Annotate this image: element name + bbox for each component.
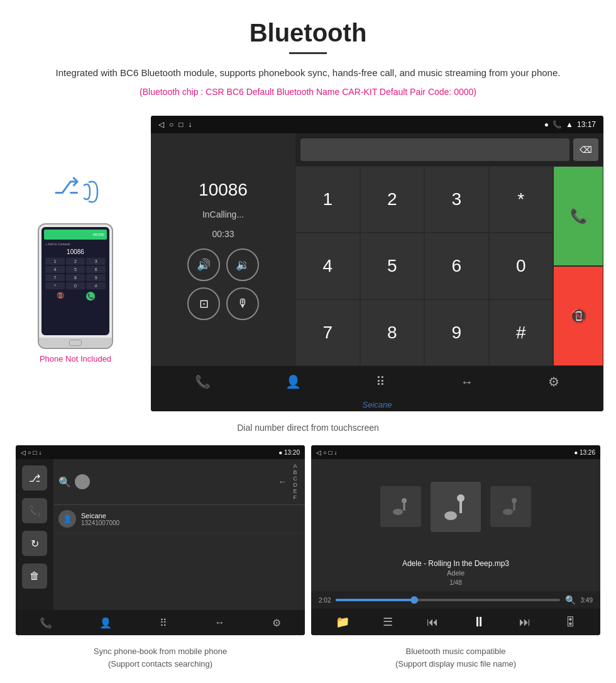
- contacts-icon[interactable]: 👤: [280, 369, 306, 394]
- title-underline: [289, 52, 327, 54]
- settings-icon[interactable]: ⚙: [543, 369, 564, 394]
- status-right-icons: ● 📞 ▲ 13:17: [544, 120, 596, 129]
- dial-right-panel: ⌫ 1 2 3 * 4 5 6 0 7 8: [295, 133, 603, 366]
- music-artist: Adele: [316, 569, 595, 577]
- phonebook-screenshot: ◁ ○ □ ↓ ● 13:20 ⎇ 📞 ↻ 🗑: [16, 445, 305, 635]
- pb-alpha-f[interactable]: F: [294, 494, 300, 501]
- key-4[interactable]: 4: [295, 233, 360, 299]
- keypad-area: 1 2 3 * 4 5 6 0 7 8 9 #: [295, 166, 603, 366]
- pb-sync-btn[interactable]: ↻: [22, 531, 47, 556]
- pb-contact-name: Seicane: [81, 512, 300, 519]
- pb-time: 13:20: [284, 449, 300, 456]
- pb-contact-info: Seicane 13241007000: [81, 512, 300, 526]
- dial-controls: 🔊 🔉 ⊡ 🎙: [187, 248, 259, 320]
- phone-screen: MORE + Add to Contacts 10086 1 2 3 4 5 6…: [41, 227, 109, 335]
- music-playback-controls: 📁 ☰ ⏮ ⏸ ⏭ 🎛: [311, 609, 600, 635]
- music-eq-icon[interactable]: 🎛: [564, 616, 576, 629]
- end-call-btn[interactable]: 📵: [553, 266, 603, 366]
- music-playlist-icon[interactable]: ☰: [383, 615, 393, 629]
- number-keypad: 1 2 3 * 4 5 6 0 7 8 9 #: [295, 166, 553, 366]
- music-total-time: 3:49: [581, 597, 593, 604]
- accept-call-btn[interactable]: 📞: [553, 166, 603, 266]
- key-1[interactable]: 1: [295, 166, 360, 233]
- status-left-icons: ◁ ○ □ ↓: [158, 120, 192, 129]
- volume-up-icon: 🔊: [197, 258, 211, 272]
- mute-btn[interactable]: 🎙: [226, 287, 259, 320]
- pb-status-right: ● 13:20: [278, 449, 300, 456]
- transfer-bottom-icon[interactable]: ↔: [456, 370, 478, 394]
- progress-dot: [410, 596, 418, 604]
- time-display: 13:17: [577, 120, 596, 129]
- phone-top-bar: MORE: [44, 230, 107, 240]
- pb-delete-btn[interactable]: 🗑: [22, 564, 47, 589]
- pb-alpha-e[interactable]: E: [294, 488, 300, 494]
- key-2[interactable]: 2: [360, 166, 425, 233]
- dialpad-icon[interactable]: ⠿: [371, 369, 390, 394]
- pb-call-icon: 📞: [28, 505, 41, 517]
- pb-alpha-a[interactable]: A: [294, 463, 300, 469]
- pb-contact-item[interactable]: 👤 Seicane 13241007000: [53, 505, 305, 533]
- music-progress-bar: 2:02 🔍 3:49: [311, 591, 600, 609]
- pb-bluetooth-btn[interactable]: ⎇: [22, 465, 47, 491]
- transfer-call-btn[interactable]: ⊡: [187, 287, 220, 320]
- key-5[interactable]: 5: [360, 233, 425, 299]
- volume-up-btn[interactable]: 🔊: [187, 248, 220, 281]
- pb-settings-icon[interactable]: ⚙: [272, 617, 281, 629]
- key-hash[interactable]: #: [489, 299, 554, 366]
- pb-alpha-d[interactable]: D: [294, 482, 300, 488]
- pb-dialpad-icon[interactable]: ⠿: [160, 617, 167, 629]
- dial-bottom-bar: 📞 👤 ⠿ ↔ ⚙: [151, 366, 603, 397]
- page-header: Bluetooth Integrated with BC6 Bluetooth …: [0, 0, 616, 116]
- phone-key-2: 2: [66, 258, 85, 265]
- dial-number-display: 10086: [199, 180, 248, 200]
- music-song-title: Adele - Rolling In the Deep.mp3: [316, 559, 595, 568]
- key-6[interactable]: 6: [424, 233, 489, 299]
- svg-point-5: [444, 511, 457, 520]
- music-time: 13:26: [580, 449, 595, 456]
- recent-calls-icon[interactable]: 📞: [190, 369, 216, 394]
- phone-key-9: 9: [86, 274, 106, 281]
- bluetooth-icon-area: ⎇: [47, 170, 104, 214]
- album-art-main: [431, 482, 481, 532]
- volume-down-btn[interactable]: 🔉: [226, 248, 259, 281]
- album-art-next: [490, 486, 531, 527]
- key-3[interactable]: 3: [424, 166, 489, 233]
- key-8[interactable]: 8: [360, 299, 425, 366]
- music-prev-icon[interactable]: ⏮: [427, 616, 438, 629]
- download-icon: ↓: [189, 120, 192, 129]
- dial-ctrl-row-2: ⊡ 🎙: [187, 287, 259, 320]
- pb-contacts-icon[interactable]: 👤: [99, 617, 112, 629]
- location-icon: ●: [544, 120, 549, 129]
- key-0[interactable]: 0: [489, 233, 554, 299]
- music-play-pause-btn[interactable]: ⏸: [472, 614, 486, 630]
- phone-number-display: 10086: [44, 248, 107, 255]
- key-star[interactable]: *: [489, 166, 554, 233]
- dial-delete-btn[interactable]: ⌫: [573, 138, 598, 161]
- dial-input-box[interactable]: [300, 138, 569, 161]
- progress-track[interactable]: [336, 599, 559, 601]
- music-album-area: [311, 459, 600, 554]
- caption-right: Bluetooth music compatible(Support displ…: [311, 641, 600, 674]
- phone-not-included-label: Phone Not Included: [40, 354, 111, 364]
- pb-alpha-c[interactable]: C: [294, 475, 300, 482]
- key-7[interactable]: 7: [295, 299, 360, 366]
- pb-recent-calls-icon[interactable]: 📞: [40, 617, 52, 629]
- phone-key-4: 4: [45, 266, 65, 273]
- back-nav-icon: ◁: [158, 120, 164, 129]
- pb-transfer-icon[interactable]: ↔: [215, 617, 225, 628]
- music-next-icon[interactable]: ⏭: [519, 616, 531, 629]
- music-folder-icon[interactable]: 📁: [336, 615, 349, 629]
- pb-back-arrow[interactable]: ←: [278, 477, 287, 487]
- key-9[interactable]: 9: [424, 299, 489, 366]
- pb-search-icon[interactable]: 🔍: [58, 476, 71, 488]
- music-status-bar: ◁ ○ □ ↓ ● 13:26: [311, 445, 600, 459]
- phone-key-8: 8: [66, 274, 85, 281]
- main-section: ⎇ MORE + Add to Contacts 10086 1 2 3: [0, 116, 616, 411]
- pb-sync-icon: ↻: [31, 538, 39, 550]
- music-location-icon: ●: [574, 449, 578, 456]
- end-call-icon: 📵: [570, 308, 587, 325]
- accept-call-icon: 📞: [570, 208, 587, 225]
- pb-alpha-b[interactable]: B: [294, 469, 300, 475]
- pb-call-btn[interactable]: 📞: [22, 498, 47, 523]
- music-search-icon[interactable]: 🔍: [565, 595, 576, 605]
